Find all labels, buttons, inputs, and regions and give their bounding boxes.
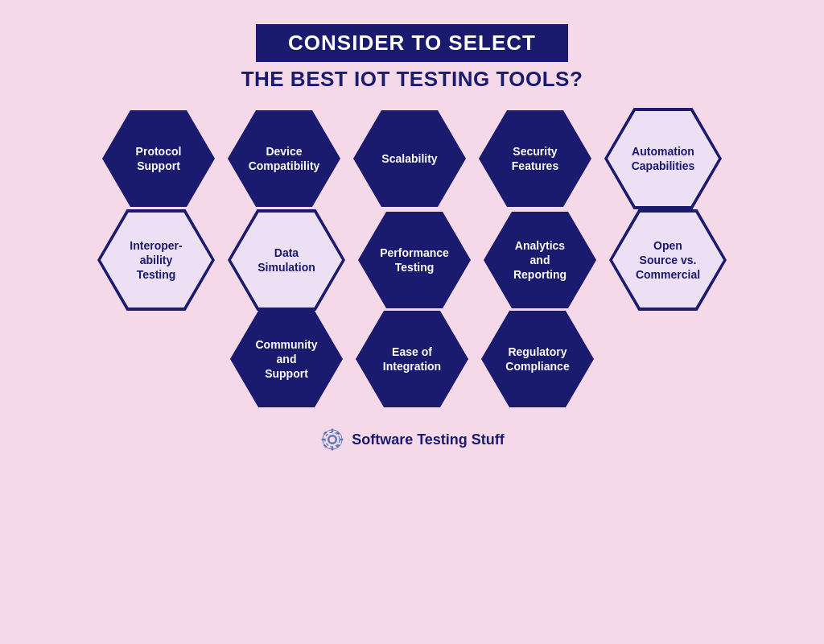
hex-wrap-1-0: Interoper- ability Testing	[97, 209, 215, 311]
main-title: CONSIDER TO SELECT	[288, 31, 536, 55]
subtitle: THE BEST IOT TESTING TOOLS?	[241, 67, 583, 91]
hex-item: Device Compatibility	[228, 110, 340, 207]
svg-rect-6	[340, 439, 343, 441]
svg-point-1	[325, 432, 340, 447]
hex-wrap-0-4: Automation Capabilities	[604, 108, 722, 209]
hex-wrap-0-3: Security Features	[479, 110, 591, 207]
svg-rect-10	[336, 444, 340, 448]
svg-rect-3	[332, 429, 334, 432]
hex-wrap-2-2: Regulatory Compliance	[481, 311, 594, 407]
brand-name: Software Testing Stuff	[352, 431, 505, 448]
hex-label: Scalability	[375, 145, 443, 172]
hex-label: Security Features	[505, 138, 565, 180]
hex-item: Analytics and Reporting	[484, 212, 596, 308]
hex-item: Scalability	[353, 110, 466, 207]
hex-label: Protocol Support	[130, 138, 188, 180]
hex-label: Automation Capabilities	[625, 138, 702, 180]
hex-light-wrapper: Automation Capabilities	[604, 108, 722, 209]
hex-wrap-2-1: Ease of Integration	[356, 311, 468, 407]
hex-item: Ease of Integration	[356, 311, 468, 407]
hex-label: Performance Testing	[373, 239, 455, 281]
hex-label: Regulatory Compliance	[499, 338, 575, 380]
hex-label: Open Source vs. Commercial	[629, 232, 707, 289]
hex-light-wrapper: Interoper- ability Testing	[97, 209, 215, 311]
svg-rect-5	[322, 439, 325, 441]
hexagons-grid: Protocol SupportDevice CompatibilityScal…	[91, 108, 733, 407]
hex-wrap-0-1: Device Compatibility	[228, 110, 340, 207]
hex-light-wrapper: Data Simulation	[228, 209, 345, 311]
gear-icon	[319, 427, 345, 452]
hex-row-1: Interoper- ability TestingData Simulatio…	[91, 209, 733, 311]
title-box: CONSIDER TO SELECT	[256, 24, 568, 62]
hex-label: Analytics and Reporting	[507, 232, 573, 289]
hex-wrap-0-0: Protocol Support	[102, 110, 215, 207]
hex-item: Performance Testing	[358, 212, 471, 308]
hex-label: Ease of Integration	[377, 338, 447, 380]
page-header: CONSIDER TO SELECT THE BEST IOT TESTING …	[241, 24, 583, 92]
hex-label: Community and Support	[249, 331, 324, 388]
hex-item: Regulatory Compliance	[481, 311, 594, 407]
hex-label: Data Simulation	[251, 239, 322, 281]
hex-wrap-1-2: Performance Testing	[358, 212, 471, 308]
svg-rect-8	[336, 431, 340, 436]
hex-wrap-2-0: Community and Support	[230, 311, 343, 407]
hex-wrap-0-2: Scalability	[353, 110, 466, 207]
svg-rect-4	[332, 447, 334, 450]
hex-wrap-1-3: Analytics and Reporting	[484, 212, 596, 308]
hex-row-2: Community and SupportEase of Integration…	[224, 311, 600, 407]
hex-row-0: Protocol SupportDevice CompatibilityScal…	[96, 108, 728, 209]
hex-label: Device Compatibility	[242, 138, 327, 180]
footer: Software Testing Stuff	[319, 427, 505, 452]
hex-label: Interoper- ability Testing	[123, 232, 188, 289]
hex-item: Security Features	[479, 110, 591, 207]
hex-wrap-1-4: Open Source vs. Commercial	[609, 209, 727, 311]
hex-light-wrapper: Open Source vs. Commercial	[609, 209, 727, 311]
hex-item: Community and Support	[230, 311, 343, 407]
svg-point-0	[328, 436, 336, 444]
hex-item: Protocol Support	[102, 110, 215, 207]
hex-wrap-1-1: Data Simulation	[228, 209, 345, 311]
